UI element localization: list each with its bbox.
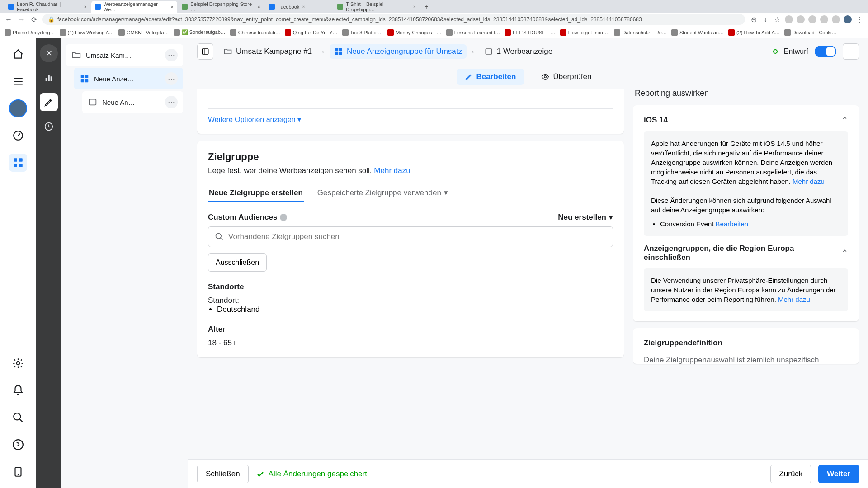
star-icon[interactable]: ☆ <box>773 15 781 23</box>
more-icon[interactable]: ⋯ <box>165 72 178 85</box>
svg-rect-22 <box>339 52 342 55</box>
audience-tab-saved[interactable]: Gespeicherte Zielgruppe verwenden ▾ <box>316 183 449 202</box>
dashboard-icon[interactable] <box>9 127 27 145</box>
publish-toggle[interactable] <box>815 46 836 57</box>
exclude-button[interactable]: Ausschließen <box>208 253 267 272</box>
custom-audiences-label: Custom Audiences <box>208 213 287 222</box>
settings-icon[interactable] <box>9 354 27 372</box>
more-options-link[interactable]: Weitere Optionen anzeigen ▾ <box>208 116 301 123</box>
bookmark-item[interactable]: How to get more… <box>560 29 610 36</box>
tab-label: Überprüfen <box>553 72 591 81</box>
more-menu-button[interactable]: ⋯ <box>843 43 859 60</box>
browser-tab[interactable]: Facebook× <box>265 1 333 13</box>
profile-avatar[interactable] <box>9 99 27 117</box>
close-button[interactable]: Schließen <box>197 465 249 483</box>
reload-icon[interactable]: ⟳ <box>30 15 38 23</box>
tree-campaign[interactable]: Umsatz Kam… ⋯ <box>66 44 183 66</box>
back-button[interactable]: Zurück <box>770 465 811 483</box>
nav-forward-icon[interactable]: → <box>17 15 25 23</box>
edit-conversion-link[interactable]: Bearbeiten <box>716 220 749 228</box>
create-new-button[interactable]: Neu erstellen ▾ <box>558 212 613 222</box>
extension-icon[interactable] <box>785 15 793 23</box>
collapse-tree-button[interactable] <box>197 43 213 60</box>
chart-icon[interactable] <box>40 69 58 87</box>
bookmark-item[interactable]: (1) How Working A… <box>60 29 114 36</box>
extension-icon[interactable] <box>832 15 840 23</box>
breadcrumb-campaign[interactable]: Umsatz Kampagne #1 <box>219 44 316 59</box>
close-panel-button[interactable]: ✕ <box>40 44 58 62</box>
bookmark-item[interactable]: Lessons Learned f… <box>446 29 500 36</box>
close-icon[interactable]: × <box>84 4 87 9</box>
edit-icon[interactable] <box>40 93 58 111</box>
home-icon[interactable] <box>9 45 27 63</box>
bookmark-item[interactable]: Phone Recycling… <box>5 29 55 36</box>
bookmark-item[interactable]: Money Changes E… <box>387 29 442 36</box>
bookmark-item[interactable]: Qing Fei De Yi - Y… <box>285 29 338 36</box>
menu-icon[interactable] <box>9 72 27 90</box>
folder-icon <box>223 47 232 56</box>
browser-tab[interactable]: Beispiel Dropshipping Store …× <box>178 1 264 13</box>
browser-tab-active[interactable]: Werbeanzeigenmanager - We…× <box>91 1 177 13</box>
locations-label: Standorte <box>208 282 613 291</box>
extension-icon[interactable] <box>820 15 828 23</box>
bookmark-item[interactable]: LEE'S HOUSE—… <box>505 29 555 36</box>
learn-more-link[interactable]: Mehr dazu <box>778 296 810 303</box>
audience-tab-new[interactable]: Neue Zielgruppe erstellen <box>208 183 304 202</box>
extension-icon[interactable] <box>797 15 805 23</box>
breadcrumb-ad[interactable]: 1 Werbeanzeige <box>480 44 557 59</box>
review-tab[interactable]: Überprüfen <box>533 69 599 85</box>
tab-favicon <box>269 4 275 10</box>
location-key: Standort: <box>208 296 613 305</box>
europe-header[interactable]: Anzeigengruppen, die die Region Europa e… <box>644 244 848 262</box>
info-icon[interactable] <box>280 214 287 221</box>
bookmark-item[interactable]: Chinese translati… <box>230 29 280 36</box>
tree-adset-active[interactable]: Neue Anze… ⋯ <box>74 68 183 89</box>
search-icon[interactable] <box>9 408 27 427</box>
ios14-header[interactable]: iOS 14 <box>644 115 848 125</box>
panel-toolbar: ✕ <box>36 38 61 488</box>
browser-tab[interactable]: Leon R. Chaudhari | Facebook× <box>5 1 90 13</box>
help-icon[interactable] <box>9 436 27 454</box>
status-indicator-icon <box>773 49 778 54</box>
ads-manager-icon[interactable] <box>9 154 27 172</box>
more-icon[interactable]: ⋯ <box>165 49 178 61</box>
svg-rect-21 <box>335 52 338 55</box>
breadcrumb-label: Neue Anzeigengruppe für Umsatz <box>347 47 462 56</box>
close-icon[interactable]: × <box>302 4 305 9</box>
bookmark-item[interactable]: ✅ Sonderaufgab… <box>174 29 226 36</box>
close-icon[interactable]: × <box>171 4 174 9</box>
bookmark-item[interactable]: Download - Cooki… <box>784 29 837 36</box>
url-bar[interactable]: 🔒facebook.com/adsmanager/manage/adsets/e… <box>42 14 745 25</box>
bookmark-item[interactable]: Student Wants an… <box>671 29 724 36</box>
edit-tab[interactable]: Bearbeiten <box>457 69 524 85</box>
browser-tab[interactable]: T-Shirt – Beispiel Dropshippi…× <box>334 1 420 13</box>
learn-more-link[interactable]: Mehr dazu <box>374 166 410 175</box>
audience-search-input[interactable] <box>228 232 606 241</box>
tree-ad[interactable]: Neue An… ⋯ <box>82 91 183 113</box>
extension-icon[interactable] <box>808 15 816 23</box>
zoom-icon[interactable]: ⊖ <box>750 15 758 23</box>
bookmark-item[interactable]: Top 3 Platfor… <box>342 29 383 36</box>
adset-icon <box>334 47 343 56</box>
bookmark-item[interactable]: (2) How To Add A… <box>728 29 780 36</box>
new-tab-button[interactable]: + <box>420 1 432 13</box>
nav-back-icon[interactable]: ← <box>5 15 13 23</box>
breadcrumb-adset-active[interactable]: Neue Anzeigengruppe für Umsatz <box>330 44 467 59</box>
history-icon[interactable] <box>40 117 58 136</box>
bookmark-item[interactable]: Datenschutz – Re… <box>614 29 666 36</box>
close-icon[interactable]: × <box>258 4 260 9</box>
close-icon[interactable]: × <box>413 4 416 9</box>
menu-icon[interactable]: ⋮ <box>855 15 863 23</box>
chevron-right-icon: › <box>472 48 474 55</box>
bookmark-icon <box>614 29 620 36</box>
mobile-preview-icon[interactable] <box>9 463 27 481</box>
audience-search[interactable] <box>208 226 613 247</box>
download-icon[interactable]: ↓ <box>761 15 769 23</box>
notifications-icon[interactable] <box>9 381 27 399</box>
more-icon[interactable]: ⋯ <box>165 96 178 108</box>
profile-avatar-icon[interactable] <box>844 15 852 23</box>
next-button[interactable]: Weiter <box>818 465 859 483</box>
bookmark-item[interactable]: GMSN - Vologda… <box>118 29 169 36</box>
learn-more-link[interactable]: Mehr dazu <box>793 178 825 185</box>
search-icon <box>215 232 224 241</box>
